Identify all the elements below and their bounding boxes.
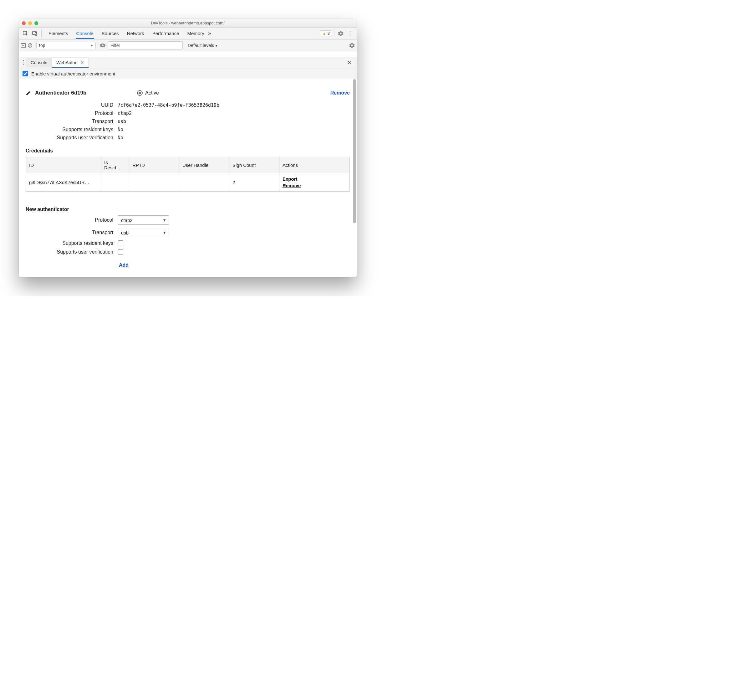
enable-virtual-authenticator-checkbox[interactable] xyxy=(23,71,28,77)
transport-value: usb xyxy=(118,119,126,124)
tab-performance[interactable]: Performance xyxy=(152,28,180,39)
drawer-tab-bar: ⋮ Console WebAuthn ✕ ✕ xyxy=(19,57,357,68)
filter-input[interactable] xyxy=(108,41,183,49)
resident-keys-label: Supports resident keys xyxy=(44,127,113,132)
show-sidebar-icon[interactable] xyxy=(21,43,26,48)
warnings-badge[interactable]: ▲ 3 xyxy=(320,31,332,36)
cell-resident xyxy=(101,173,129,191)
inspect-icon[interactable] xyxy=(21,29,30,38)
uuid-label: UUID xyxy=(44,103,113,108)
context-value: top xyxy=(39,43,45,48)
cell-rp xyxy=(129,173,179,191)
add-authenticator-link[interactable]: Add xyxy=(119,262,128,268)
new-transport-value: usb xyxy=(121,230,128,236)
cell-actions: Export Remove xyxy=(280,173,350,191)
window-title: DevTools - webauthndemo.appspot.com/ xyxy=(19,21,357,25)
user-verification-value: No xyxy=(118,135,123,141)
edit-icon[interactable] xyxy=(26,90,31,96)
tab-console[interactable]: Console xyxy=(76,28,94,39)
authenticator-properties: UUID7cf6a7e2-0537-48c4-b9fe-f3653826d19b… xyxy=(44,103,350,141)
tab-memory[interactable]: Memory xyxy=(187,28,205,39)
chevron-down-icon: ▾ xyxy=(163,230,166,236)
chevron-down-icon: ▾ xyxy=(91,43,93,48)
cell-id: gi9DBsn77iLAXdK7es5UR… xyxy=(26,173,101,191)
new-authenticator-title: New authenticator xyxy=(26,207,350,212)
col-handle[interactable]: User Handle xyxy=(179,157,229,173)
new-transport-select[interactable]: usb ▾ xyxy=(118,228,169,237)
active-radio[interactable]: Active xyxy=(137,90,159,96)
export-credential-link[interactable]: Export xyxy=(283,176,346,182)
divider xyxy=(334,30,334,37)
scrollbar[interactable] xyxy=(352,79,357,277)
radio-icon xyxy=(137,90,143,96)
credentials-title: Credentials xyxy=(26,148,350,154)
drawer-tab-label: WebAuthn xyxy=(56,60,77,65)
remove-authenticator-link[interactable]: Remove xyxy=(330,90,350,96)
clear-console-icon[interactable] xyxy=(28,43,32,48)
col-resident[interactable]: Is Resid… xyxy=(101,157,129,173)
new-protocol-label: Protocol xyxy=(26,217,113,223)
new-resident-checkbox[interactable] xyxy=(118,240,123,246)
console-settings-icon[interactable] xyxy=(349,43,355,48)
new-userverify-label: Supports user verification xyxy=(26,249,113,255)
svg-rect-1 xyxy=(32,32,36,34)
drawer-tab-console[interactable]: Console xyxy=(26,58,52,67)
chevron-down-icon: ▾ xyxy=(163,217,166,223)
drawer-tab-webauthn[interactable]: WebAuthn ✕ xyxy=(52,58,89,68)
webauthn-panel: Authenticator 6d19b Active Remove UUID7c… xyxy=(19,79,357,277)
new-userverify-checkbox[interactable] xyxy=(118,249,123,255)
uuid-value: 7cf6a7e2-0537-48c4-b9fe-f3653826d19b xyxy=(118,103,219,108)
resident-keys-value: No xyxy=(118,127,123,132)
warnings-count: 3 xyxy=(327,31,330,36)
col-actions[interactable]: Actions xyxy=(280,157,350,173)
new-resident-label: Supports resident keys xyxy=(26,240,113,246)
cell-sign: 2 xyxy=(229,173,280,191)
credentials-table: ID Is Resid… RP ID User Handle Sign Coun… xyxy=(26,157,350,191)
svg-point-7 xyxy=(102,44,104,46)
col-id[interactable]: ID xyxy=(26,157,101,173)
execution-context-select[interactable]: top ▾ xyxy=(36,41,96,49)
warning-icon: ▲ xyxy=(322,31,326,36)
new-protocol-value: ctap2 xyxy=(121,218,133,223)
drawer-menu-icon[interactable]: ⋮ xyxy=(21,59,26,66)
active-label: Active xyxy=(145,90,159,96)
protocol-value: ctap2 xyxy=(118,110,132,116)
authenticator-header: Authenticator 6d19b Active Remove xyxy=(26,90,350,96)
enable-virtual-authenticator-row: Enable virtual authenticator environment xyxy=(19,68,357,79)
transport-label: Transport xyxy=(44,119,113,124)
live-expression-icon[interactable] xyxy=(99,43,106,47)
close-drawer-icon[interactable]: ✕ xyxy=(344,59,355,66)
tab-elements[interactable]: Elements xyxy=(48,28,69,39)
main-tab-bar: Elements Console Sources Network Perform… xyxy=(19,28,357,40)
enable-label: Enable virtual authenticator environment xyxy=(31,71,115,77)
device-toggle-icon[interactable] xyxy=(30,29,40,38)
svg-rect-2 xyxy=(35,32,37,36)
remove-credential-link[interactable]: Remove xyxy=(283,182,346,189)
protocol-label: Protocol xyxy=(44,110,113,116)
more-tabs-icon[interactable]: » xyxy=(205,29,214,38)
console-toolbar: top ▾ Default levels ▾ xyxy=(19,40,357,51)
user-verification-label: Supports user verification xyxy=(44,135,113,141)
devtools-window: DevTools - webauthndemo.appspot.com/ Ele… xyxy=(19,19,357,277)
kebab-menu-icon[interactable]: ⋮ xyxy=(345,29,355,38)
col-sign[interactable]: Sign Count xyxy=(229,157,280,173)
new-transport-label: Transport xyxy=(26,230,113,236)
log-levels-select[interactable]: Default levels ▾ xyxy=(188,43,217,48)
table-row: gi9DBsn77iLAXdK7es5UR… 2 Export Remove xyxy=(26,173,350,191)
tab-sources[interactable]: Sources xyxy=(101,28,119,39)
settings-icon[interactable] xyxy=(336,29,345,38)
cell-handle xyxy=(179,173,229,191)
close-tab-icon[interactable]: ✕ xyxy=(80,60,84,65)
table-header-row: ID Is Resid… RP ID User Handle Sign Coun… xyxy=(26,157,350,173)
titlebar: DevTools - webauthndemo.appspot.com/ xyxy=(19,19,357,28)
tab-network[interactable]: Network xyxy=(126,28,145,39)
new-protocol-select[interactable]: ctap2 ▾ xyxy=(118,215,169,225)
svg-line-5 xyxy=(29,44,31,47)
authenticator-title: Authenticator 6d19b xyxy=(35,90,86,96)
col-rp[interactable]: RP ID xyxy=(129,157,179,173)
main-tabs: Elements Console Sources Network Perform… xyxy=(48,28,205,39)
